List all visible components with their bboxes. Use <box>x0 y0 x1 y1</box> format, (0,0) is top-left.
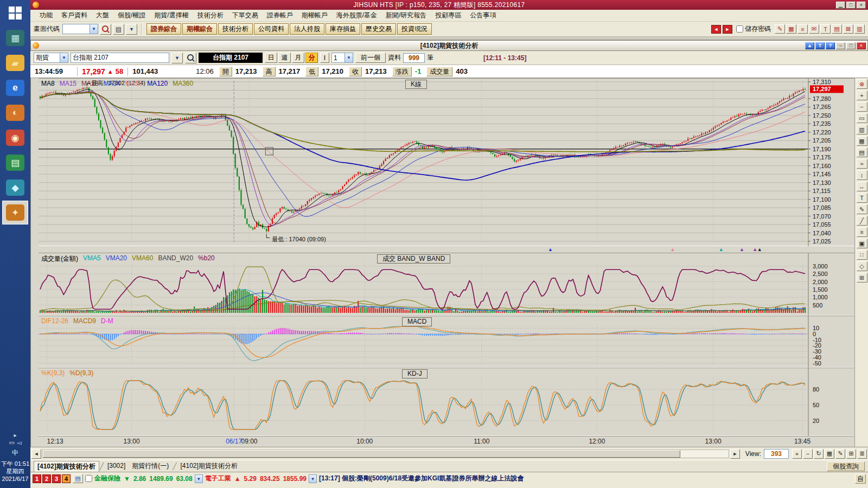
auto-button[interactable]: 自 <box>855 474 866 484</box>
toolbar-icon-0[interactable]: ✎ <box>775 24 785 34</box>
kd-panel[interactable]: 805020 %K(9,3)%D(9,3) KD-J <box>39 368 854 436</box>
scroll-icon-3[interactable]: ▦ <box>825 449 834 459</box>
scroll-icon-6[interactable]: ≣ <box>857 449 867 459</box>
window-up-button[interactable]: ▲ <box>805 42 814 49</box>
scroll-icon-0[interactable]: + <box>792 449 802 459</box>
chart-tool-1[interactable]: + <box>857 91 867 100</box>
chevron-down-icon[interactable]: ▼ <box>344 53 353 62</box>
chart-tool-13[interactable]: ≡ <box>857 227 867 237</box>
period-button-週[interactable]: 週 <box>278 53 291 63</box>
page-tab-2[interactable]: 2 <box>42 474 51 483</box>
folder-icon[interactable]: ▰ <box>2 51 28 75</box>
symbol-dropdown-button[interactable]: ▼ <box>171 53 183 63</box>
menu-item[interactable]: 客戶資料 <box>58 10 91 21</box>
menu-item[interactable]: 新聞/研究報告 <box>382 10 430 21</box>
page-tab-3[interactable]: 3 <box>52 474 61 483</box>
menu-item[interactable]: 公告事項 <box>466 10 500 21</box>
chart-tool-16[interactable]: ◇ <box>857 261 867 271</box>
minimize-button[interactable]: ▁ <box>836 2 845 9</box>
chrome-browser-icon[interactable]: ◉ <box>2 126 28 150</box>
index-ticker-finance[interactable]: 金融保險▼2.861489.6963.08 <box>94 474 193 483</box>
menu-item[interactable]: 證券帳戶 <box>263 10 297 21</box>
chart-tool-9[interactable]: ↔ <box>857 182 867 191</box>
speaker-icon[interactable]: ◅ <box>17 439 21 446</box>
menu-item[interactable]: 功能 <box>36 10 56 21</box>
index-ticker-electronics[interactable]: 電子工業▲5.29834.251855.99 <box>205 474 307 483</box>
toolbar-icon-1[interactable]: ▦ <box>786 24 796 34</box>
display-icon[interactable]: ▭ <box>9 439 15 446</box>
scrollbar-thumb[interactable] <box>43 450 680 458</box>
window-help-button[interactable]: ? <box>826 42 835 49</box>
chart-tool-5[interactable]: ▦ <box>857 136 867 146</box>
ime-language-indicator[interactable]: 中 <box>12 448 18 458</box>
menu-item[interactable]: 技術分析 <box>194 10 227 21</box>
chevron-down-icon[interactable]: ▼ <box>60 53 68 62</box>
menu-item[interactable]: 投顧專區 <box>431 10 465 21</box>
scroll-left-button[interactable]: ◄ <box>31 449 41 459</box>
scroll-icon-1[interactable]: − <box>803 449 813 459</box>
candlestick-chart[interactable]: 最高 : 17302 (12:34)最低 : 17040 (09:09)17,0… <box>39 79 854 247</box>
previous-button[interactable]: 前一個 <box>355 53 386 63</box>
internet-explorer-icon[interactable]: e <box>2 76 28 100</box>
chart-tool-4[interactable]: ▥ <box>857 125 867 134</box>
period-button-月[interactable]: 月 <box>292 53 304 63</box>
toolbar-icon-2[interactable]: ≡ <box>797 24 808 34</box>
menu-item[interactable]: 期權帳戶 <box>298 10 331 21</box>
toolbar-icon-5[interactable]: ▤ <box>832 24 842 34</box>
window-maximize-button[interactable]: □ <box>846 42 856 49</box>
menu-item[interactable]: 海外股票/基金 <box>333 10 381 21</box>
search-button[interactable] <box>100 24 111 35</box>
chart-tool-17[interactable]: ⊞ <box>857 273 867 282</box>
window-tab-0[interactable]: [4102]期貨技術分析 <box>34 461 99 472</box>
chart-tool-12[interactable]: ╱ <box>857 216 867 226</box>
macd-panel[interactable]: 100-10-20-30-40-50 DIF12-26MACD9D-M MACD <box>39 316 854 368</box>
stock-query-button[interactable]: 個股查詢 <box>827 461 865 471</box>
page-tab-4[interactable]: 4 <box>62 474 71 483</box>
cad-app-icon[interactable]: ◆ <box>2 176 28 200</box>
quick-button[interactable]: 技術分析 <box>218 23 253 35</box>
back-arrow-button[interactable]: ◄ <box>711 25 721 34</box>
toolbar-icon-3[interactable]: ✉ <box>809 24 819 34</box>
news-checkbox[interactable] <box>85 475 92 482</box>
scroll-icon-2[interactable]: ↻ <box>814 449 824 459</box>
chart-tool-15[interactable]: ∷ <box>857 250 867 260</box>
chart-tool-14[interactable]: ▣ <box>857 239 867 248</box>
chart-tool-7[interactable]: ≈ <box>857 159 867 169</box>
window-close-button[interactable]: × <box>857 42 866 49</box>
chart-tool-8[interactable]: ↕ <box>857 170 867 180</box>
quick-button[interactable]: 期權綜合 <box>182 23 217 35</box>
menu-item[interactable]: 期貨/選擇權 <box>150 10 192 21</box>
menu-item[interactable]: 下單交易 <box>228 10 262 21</box>
quick-button[interactable]: 投資現況 <box>397 23 432 35</box>
quick-button[interactable]: 庫存損益 <box>326 23 360 35</box>
quick-button[interactable]: 歷史交易 <box>361 23 396 35</box>
spreadsheet-app-icon[interactable]: ▦ <box>2 26 28 50</box>
quick-button[interactable]: 法人持股 <box>290 23 324 35</box>
window-minimize-button[interactable]: – <box>836 42 845 49</box>
chevron-down-icon[interactable]: ▼ <box>90 24 98 34</box>
forward-arrow-button[interactable]: ► <box>723 25 732 34</box>
save-password-checkbox[interactable] <box>736 25 743 33</box>
paint-app-icon[interactable]: ◐ <box>2 101 28 125</box>
tray-expand-icon[interactable]: ▸ <box>14 432 16 438</box>
chevron-down-icon[interactable]: ▼ <box>195 474 203 483</box>
close-button[interactable]: × <box>857 2 866 9</box>
price-panel[interactable]: 最高 : 17302 (12:34)最低 : 17040 (09:09)17,0… <box>39 78 854 246</box>
menu-item[interactable]: 個股/權證 <box>114 10 149 21</box>
print-button[interactable]: ▤ <box>113 24 124 35</box>
taskbar-clock[interactable]: 下午 01:51 星期四 2021/6/17 <box>1 460 30 483</box>
maximize-button[interactable]: □ <box>846 2 856 9</box>
volume-panel[interactable]: 5001,0001,5002,0002,5003,000 成交量(金額)VMA5… <box>39 253 854 316</box>
interval-select[interactable]: 1▼ <box>331 53 353 63</box>
scroll-icon-5[interactable]: ⊞ <box>846 449 856 459</box>
scroll-right-button[interactable]: ► <box>730 449 740 459</box>
kd-chart[interactable]: 805020 <box>39 368 854 436</box>
market-select[interactable]: 期貨▼ <box>34 53 68 63</box>
window-t-button[interactable]: T <box>815 42 825 49</box>
layout-dropdown-button[interactable]: ▼ <box>126 24 137 35</box>
chart-tool-11[interactable]: ✎ <box>857 204 867 214</box>
macd-chart[interactable]: 100-10-20-30-40-50 <box>39 316 854 368</box>
toolbar-icon-6[interactable]: ⊠ <box>843 24 853 34</box>
quick-button[interactable]: 公司資料 <box>254 23 289 35</box>
toolbar-icon-4[interactable]: T <box>820 24 831 34</box>
